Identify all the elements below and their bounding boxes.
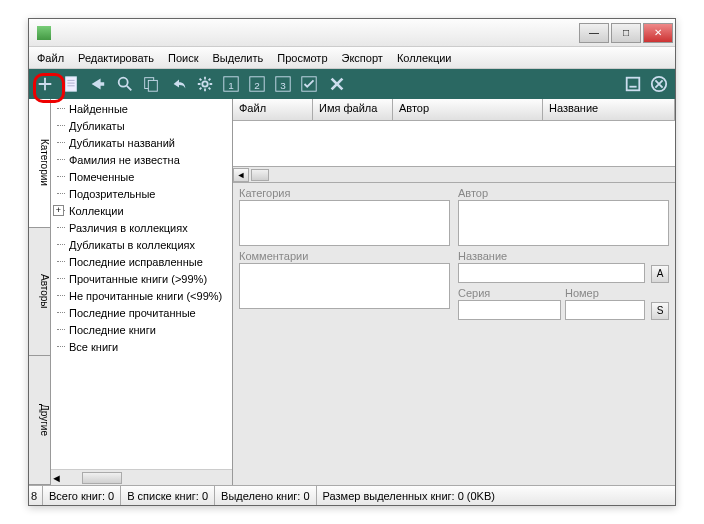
scroll-left-icon[interactable]: ◄ <box>233 168 249 182</box>
button-s[interactable]: S <box>651 302 669 320</box>
document-icon[interactable] <box>61 74 81 94</box>
maximize-button[interactable]: □ <box>611 23 641 43</box>
side-tabs: Категории Авторы Другие <box>29 99 51 485</box>
tree-item[interactable]: Коллекции <box>51 203 232 220</box>
field-series[interactable] <box>458 300 561 320</box>
right-pane: Файл Имя файла ... Автор Название ◄ Кате… <box>233 99 675 485</box>
col-filename[interactable]: Имя файла ... <box>313 99 393 120</box>
undo-icon[interactable] <box>169 74 189 94</box>
menu-export[interactable]: Экспорт <box>342 52 383 64</box>
col-author[interactable]: Автор <box>393 99 543 120</box>
details-form: Категория Автор Комментарии <box>233 183 675 324</box>
svg-rect-7 <box>148 80 157 91</box>
status-num: 8 <box>29 486 43 505</box>
num2-icon[interactable]: 2 <box>247 74 267 94</box>
delete-icon[interactable] <box>327 74 347 94</box>
tree-item[interactable]: Прочитанные книги (>99%) <box>51 271 232 288</box>
menu-edit[interactable]: Редактировать <box>78 52 154 64</box>
status-total: Всего книг: 0 <box>43 486 121 505</box>
field-title[interactable] <box>458 263 645 283</box>
minimize-panel-icon[interactable] <box>623 74 643 94</box>
statusbar: 8 Всего книг: 0 В списке книг: 0 Выделен… <box>29 485 675 505</box>
col-title[interactable]: Название <box>543 99 675 120</box>
tree-item[interactable]: Дубликаты названий <box>51 135 232 152</box>
label-series: Серия <box>458 287 561 299</box>
tree-item[interactable]: Последние прочитанные <box>51 305 232 322</box>
tree-pane: НайденныеДубликатыДубликаты названийФами… <box>51 99 233 485</box>
search-icon[interactable] <box>115 74 135 94</box>
field-author[interactable] <box>458 200 669 246</box>
scroll-thumb[interactable] <box>251 169 269 181</box>
svg-text:1: 1 <box>228 80 234 91</box>
status-size: Размер выделенных книг: 0 (0KB) <box>317 486 675 505</box>
field-category[interactable] <box>239 200 450 246</box>
gear-icon[interactable] <box>195 74 215 94</box>
menu-select[interactable]: Выделить <box>213 52 264 64</box>
tree-scrollbar[interactable]: ◄ <box>51 469 232 485</box>
tree-item[interactable]: Последние книги <box>51 322 232 339</box>
tree[interactable]: НайденныеДубликатыДубликаты названийФами… <box>51 99 232 469</box>
tree-item[interactable]: Подозрительные <box>51 186 232 203</box>
app-icon <box>37 26 51 40</box>
tree-item[interactable]: Помеченные <box>51 169 232 186</box>
svg-point-4 <box>119 78 128 87</box>
grid-body[interactable] <box>233 121 675 167</box>
minimize-button[interactable]: — <box>579 23 609 43</box>
field-number[interactable] <box>565 300 645 320</box>
tree-item[interactable]: Последние исправленные <box>51 254 232 271</box>
menu-view[interactable]: Просмотр <box>277 52 327 64</box>
menu-file[interactable]: Файл <box>37 52 64 64</box>
tree-item[interactable]: Различия в коллекциях <box>51 220 232 237</box>
grid-header: Файл Имя файла ... Автор Название <box>233 99 675 121</box>
svg-rect-16 <box>627 78 640 91</box>
tree-item[interactable]: Найденные <box>51 101 232 118</box>
num1-icon[interactable]: 1 <box>221 74 241 94</box>
status-inlist: В списке книг: 0 <box>121 486 215 505</box>
grid-scrollbar[interactable]: ◄ <box>233 167 675 183</box>
sidetab-other[interactable]: Другие <box>29 356 50 485</box>
svg-text:3: 3 <box>280 80 286 91</box>
sidetab-categories[interactable]: Категории <box>29 99 50 228</box>
check-icon[interactable] <box>299 74 319 94</box>
tree-item[interactable]: Фамилия не известна <box>51 152 232 169</box>
svg-rect-0 <box>66 77 77 91</box>
titlebar: — □ ✕ <box>29 19 675 47</box>
content-area: Категории Авторы Другие НайденныеДублика… <box>29 99 675 485</box>
label-comments: Комментарии <box>239 250 450 262</box>
field-comments[interactable] <box>239 263 450 309</box>
close-panel-icon[interactable] <box>649 74 669 94</box>
menu-collections[interactable]: Коллекции <box>397 52 452 64</box>
toolbar: 1 2 3 <box>29 69 675 99</box>
copy-icon[interactable] <box>141 74 161 94</box>
add-icon[interactable] <box>35 74 55 94</box>
label-category: Категория <box>239 187 450 199</box>
tree-item[interactable]: Дубликаты <box>51 118 232 135</box>
svg-text:2: 2 <box>254 80 260 91</box>
app-window: — □ ✕ Файл Редактировать Поиск Выделить … <box>28 18 676 506</box>
label-number: Номер <box>565 287 645 299</box>
tree-item[interactable]: Не прочитанные книги (<99%) <box>51 288 232 305</box>
forward-icon[interactable] <box>87 74 107 94</box>
label-author: Автор <box>458 187 669 199</box>
tree-item[interactable]: Все книги <box>51 339 232 356</box>
sidetab-authors[interactable]: Авторы <box>29 228 50 357</box>
label-title: Название <box>458 250 645 262</box>
close-button[interactable]: ✕ <box>643 23 673 43</box>
svg-line-5 <box>127 86 132 91</box>
svg-point-8 <box>202 81 207 86</box>
menubar: Файл Редактировать Поиск Выделить Просмо… <box>29 47 675 69</box>
tree-item[interactable]: Дубликаты в коллекциях <box>51 237 232 254</box>
button-a[interactable]: A <box>651 265 669 283</box>
scroll-thumb[interactable] <box>82 472 122 484</box>
num3-icon[interactable]: 3 <box>273 74 293 94</box>
scroll-left-icon[interactable]: ◄ <box>51 472 62 484</box>
menu-search[interactable]: Поиск <box>168 52 198 64</box>
col-file[interactable]: Файл <box>233 99 313 120</box>
status-selected: Выделено книг: 0 <box>215 486 316 505</box>
